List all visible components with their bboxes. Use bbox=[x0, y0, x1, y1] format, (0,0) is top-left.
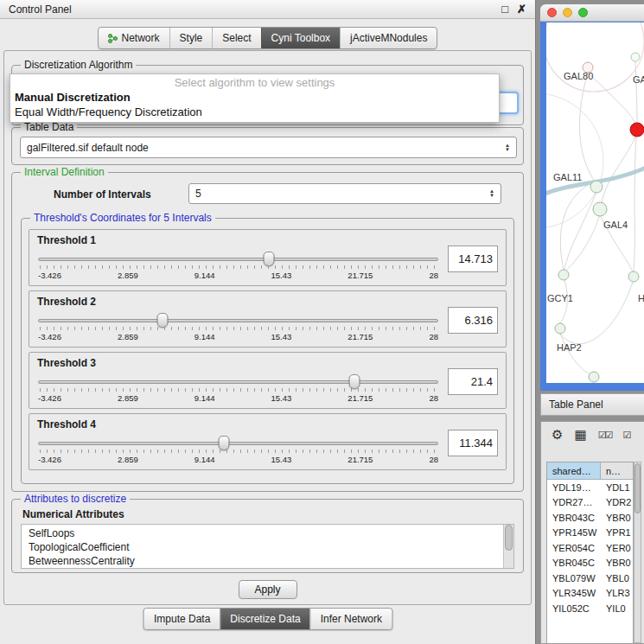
column-header-shared-name[interactable]: shared… bbox=[547, 462, 601, 479]
table-panel-titlebar: Table Panel bbox=[540, 393, 644, 416]
graph-node[interactable] bbox=[558, 270, 569, 280]
control-panel-titlebar: Control Panel □ ✗ bbox=[0, 0, 535, 19]
stepper-arrows-icon: ▲▼ bbox=[498, 143, 510, 152]
tab-style[interactable]: Style bbox=[169, 28, 213, 48]
attributes-group: Attributes to discretize Numerical Attri… bbox=[11, 499, 524, 573]
algorithm-dropdown-popup: Select algorithm to view settings Manual… bbox=[10, 73, 500, 123]
threshold-2-slider[interactable]: -3.426 2.859 9.144 15.43 21.715 28 bbox=[38, 312, 438, 347]
graph-node-selected[interactable] bbox=[630, 123, 644, 137]
table-row[interactable]: YDR27… YDR2 bbox=[547, 495, 633, 511]
num-intervals-select[interactable]: 5 ▲▼ bbox=[188, 183, 501, 204]
table-row[interactable]: YIL052C YIL0 bbox=[547, 601, 633, 616]
graph-node[interactable] bbox=[555, 323, 565, 334]
table-row[interactable]: YDL19… YDL1 bbox=[547, 480, 633, 495]
table-data-group-title: Table Data bbox=[21, 121, 77, 133]
tab-impute-data[interactable]: Impute Data bbox=[144, 609, 220, 629]
threshold-4-label: Threshold 4 bbox=[37, 418, 96, 430]
node-table: shared… n… YDL19… YDL1 YDR27… YDR2 YBR04… bbox=[546, 462, 634, 643]
thresholds-group: Threshold's Coordinates for 5 Intervals … bbox=[21, 218, 514, 484]
scrollbar-thumb[interactable] bbox=[505, 525, 513, 551]
table-row[interactable]: YBL079W YBL0 bbox=[547, 571, 633, 586]
table-row[interactable]: YBR043C YBR0 bbox=[547, 510, 633, 526]
threshold-3-panel: Threshold 3 -3.426 2.859 9.144 15.43 21.… bbox=[29, 352, 507, 409]
apply-button[interactable]: Apply bbox=[238, 580, 296, 599]
dropdown-placeholder: Select algorithm to view settings bbox=[10, 74, 499, 90]
graph-node[interactable] bbox=[628, 271, 639, 282]
threshold-3-slider[interactable]: -3.426 2.859 9.144 15.43 21.715 28 bbox=[38, 373, 438, 408]
select-all-icon[interactable]: ☑☑ bbox=[598, 428, 612, 442]
close-icon[interactable]: ✗ bbox=[517, 3, 526, 16]
slider-tick-labels: -3.426 2.859 9.144 15.43 21.715 28 bbox=[38, 271, 438, 280]
network-icon bbox=[108, 34, 118, 43]
stepper-arrows-icon: ▲▼ bbox=[482, 189, 494, 198]
slider-thumb[interactable] bbox=[219, 436, 230, 450]
table-row[interactable]: YPR145W YPR1 bbox=[547, 526, 633, 541]
threshold-4-panel: Threshold 4 -3.426 2.859 9.144 15.43 21.… bbox=[29, 413, 507, 470]
table-data-select[interactable]: galFiltered.sif default node ▲▼ bbox=[20, 137, 517, 158]
threshold-3-label: Threshold 3 bbox=[37, 357, 96, 369]
table-data-group: Table Data galFiltered.sif default node … bbox=[11, 127, 524, 165]
graph-node[interactable] bbox=[589, 372, 599, 382]
numerical-attributes-label: Numerical Attributes bbox=[22, 508, 124, 520]
slider-thumb[interactable] bbox=[264, 252, 275, 266]
network-graph bbox=[546, 22, 644, 383]
threshold-2-value-field[interactable]: 6.316 bbox=[448, 307, 498, 334]
tab-network[interactable]: Network bbox=[99, 28, 169, 48]
attributes-group-title: Attributes to discretize bbox=[21, 493, 130, 505]
list-item[interactable]: TopologicalCoefficient bbox=[29, 540, 513, 554]
threshold-1-value-field[interactable]: 14.713 bbox=[448, 245, 498, 272]
network-canvas[interactable]: GAL80 GA GAL11 GAL4 GCY1 HAP2 H bbox=[546, 22, 644, 383]
dropdown-option-equal-width[interactable]: Equal Width/Frequency Discretization bbox=[10, 105, 499, 119]
attribute-list-scrollbar[interactable] bbox=[503, 525, 513, 568]
tab-network-label: Network bbox=[122, 32, 160, 44]
table-scrollbar[interactable] bbox=[634, 462, 641, 643]
graph-node[interactable] bbox=[593, 202, 607, 216]
slider-thumb[interactable] bbox=[156, 313, 168, 328]
slider-track[interactable] bbox=[38, 319, 438, 322]
network-window-titlebar[interactable] bbox=[540, 4, 644, 22]
slider-track[interactable] bbox=[38, 380, 438, 384]
table-row[interactable]: YBR045C YBR0 bbox=[547, 556, 633, 571]
threshold-4-value-field[interactable]: 11.344 bbox=[448, 430, 498, 456]
interval-definition-title: Interval Definition bbox=[21, 166, 108, 178]
table-row[interactable]: YLR345W YLR3 bbox=[547, 586, 633, 602]
table-toolbar: ⚙ ▦ ☑☑ ☑ bbox=[552, 428, 639, 442]
table-panel: ⚙ ▦ ☑☑ ☑ shared… n… YDL19… YDL1 YDR27… Y… bbox=[540, 421, 644, 644]
threshold-4-slider[interactable]: -3.426 2.859 9.144 15.43 21.715 28 bbox=[38, 435, 438, 469]
table-data-value: galFiltered.sif default node bbox=[27, 142, 149, 154]
close-traffic-light[interactable] bbox=[547, 8, 557, 17]
dropdown-option-manual[interactable]: Manual Discretization bbox=[10, 90, 499, 105]
slider-ticks bbox=[40, 450, 437, 453]
tab-discretize-data[interactable]: Discretize Data bbox=[220, 609, 309, 629]
minimize-traffic-light[interactable] bbox=[563, 8, 572, 17]
slider-ticks bbox=[40, 327, 437, 330]
tab-jactivemnodules[interactable]: jActiveMNodules bbox=[340, 28, 437, 48]
selection-mode-icon[interactable]: ☑ bbox=[622, 428, 629, 442]
gear-icon[interactable]: ⚙ bbox=[552, 428, 563, 442]
tab-select[interactable]: Select bbox=[212, 28, 260, 48]
zoom-traffic-light[interactable] bbox=[578, 8, 588, 17]
threshold-3-value-field[interactable]: 21.4 bbox=[448, 368, 498, 395]
window-title: Control Panel bbox=[9, 3, 72, 16]
list-item[interactable]: SelfLoops bbox=[29, 526, 513, 540]
slider-track[interactable] bbox=[38, 442, 438, 445]
thresholds-group-title: Threshold's Coordinates for 5 Intervals bbox=[30, 212, 215, 224]
threshold-1-slider[interactable]: -3.426 2.859 9.144 15.43 21.715 28 bbox=[38, 251, 438, 285]
graph-node[interactable] bbox=[631, 53, 640, 61]
slider-track[interactable] bbox=[38, 258, 438, 261]
slider-tick-labels: -3.426 2.859 9.144 15.43 21.715 28 bbox=[38, 332, 438, 341]
graph-node[interactable] bbox=[590, 181, 603, 193]
node-label: GA bbox=[633, 74, 644, 85]
table-row[interactable]: YER054C YER0 bbox=[547, 540, 633, 556]
interval-definition-group: Interval Definition Number of Intervals … bbox=[11, 172, 524, 492]
algorithm-group-title: Discretization Algorithm bbox=[21, 59, 136, 71]
tab-cyni-toolbox[interactable]: Cyni Toolbox bbox=[261, 28, 340, 48]
threshold-1-label: Threshold 1 bbox=[37, 234, 96, 246]
columns-icon[interactable]: ▦ bbox=[574, 428, 586, 442]
tab-infer-network[interactable]: Infer Network bbox=[310, 609, 392, 629]
slider-thumb[interactable] bbox=[348, 374, 360, 389]
list-item[interactable]: BetweennessCentrality bbox=[29, 554, 513, 568]
column-header-name[interactable]: n… bbox=[601, 462, 633, 479]
scrollbar-thumb[interactable] bbox=[634, 463, 641, 513]
float-window-icon[interactable]: □ bbox=[501, 3, 508, 16]
